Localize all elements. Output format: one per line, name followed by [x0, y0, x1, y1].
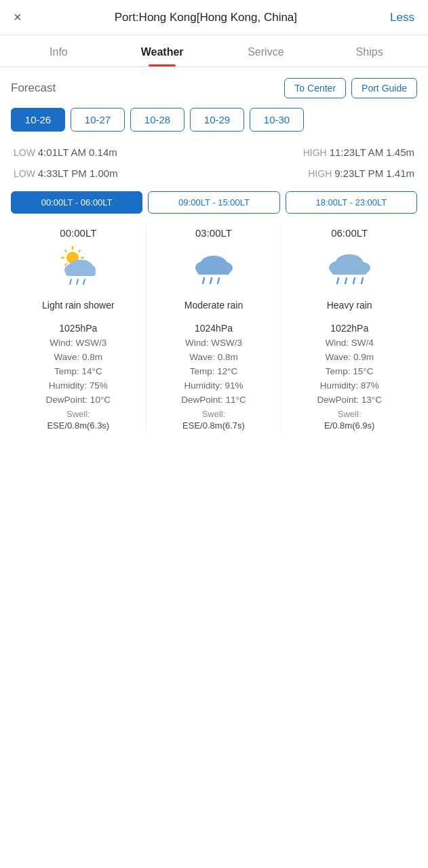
svg-rect-19	[197, 268, 230, 275]
weather-time-1: 03:00LT	[195, 227, 232, 239]
wind-0: Wind: WSW/3	[14, 338, 143, 348]
pressure-0: 1025hPa	[14, 323, 143, 334]
dewpoint-2: DewPoint: 13°C	[284, 395, 414, 405]
date-tab-3[interactable]: 10-29	[190, 108, 244, 132]
main-content: Forecast To Center Port Guide 10-26 10-2…	[0, 67, 428, 447]
svg-line-21	[210, 278, 212, 283]
svg-line-29	[353, 278, 355, 283]
forecast-buttons: To Center Port Guide	[284, 78, 417, 98]
tab-bar: Info Weather Serivce Ships	[0, 35, 428, 67]
tab-ships[interactable]: Ships	[317, 35, 421, 66]
tab-service[interactable]: Serivce	[214, 35, 318, 66]
temp-2: Temp: 15°C	[284, 366, 414, 376]
temp-1: Temp: 12°C	[149, 366, 279, 376]
weather-desc-1: Moderate rain	[184, 293, 243, 317]
header: × Port:Hong Kong[Hong Kong, China] Less	[0, 0, 428, 35]
svg-line-20	[203, 278, 204, 283]
svg-line-22	[218, 278, 219, 283]
weather-time-0: 00:00LT	[60, 227, 96, 239]
swell-label-2: Swell:	[338, 409, 362, 419]
svg-line-14	[77, 279, 78, 284]
tide-low-am: LOW 4:01LT AM 0.14m	[14, 146, 117, 158]
date-tab-1[interactable]: 10-27	[71, 108, 125, 132]
svg-line-28	[345, 278, 347, 283]
weather-desc-2: Heavy rain	[327, 293, 372, 317]
weather-icon-2	[325, 245, 374, 286]
humidity-2: Humidity: 87%	[284, 380, 414, 391]
weather-icon-1	[189, 245, 238, 286]
humidity-0: Humidity: 75%	[14, 380, 143, 391]
pressure-2: 1022hPa	[284, 323, 414, 334]
svg-line-8	[65, 264, 66, 265]
to-center-button[interactable]: To Center	[284, 78, 346, 98]
swell-label-0: Swell:	[66, 409, 90, 419]
humidity-1: Humidity: 91%	[149, 380, 279, 391]
wave-1: Wave: 0.8m	[149, 352, 279, 362]
weather-icon-0	[54, 245, 102, 286]
swell-val-2: E/0.8m(6.9s)	[324, 420, 374, 431]
time-range-btn-1[interactable]: 09:00LT - 15:00LT	[148, 191, 279, 214]
tide-row-2: LOW 4:33LT PM 1.00m HIGH 9:23LT PM 1.41m	[11, 165, 417, 182]
tab-info[interactable]: Info	[7, 35, 111, 66]
wind-2: Wind: SW/4	[284, 338, 414, 348]
dewpoint-0: DewPoint: 10°C	[14, 395, 143, 405]
port-guide-button[interactable]: Port Guide	[351, 78, 417, 98]
date-tab-bar: 10-26 10-27 10-28 10-29 10-30	[11, 108, 417, 132]
tide-high-pm: HIGH 9:23LT PM 1.41m	[308, 167, 414, 179]
svg-line-7	[79, 250, 80, 252]
close-button[interactable]: ×	[14, 9, 22, 25]
forecast-label: Forecast	[11, 81, 56, 95]
swell-val-0: ESE/0.8m(6.3s)	[47, 420, 109, 431]
svg-line-27	[337, 278, 338, 283]
time-range-btn-0[interactable]: 00:00LT - 06:00LT	[11, 191, 142, 214]
date-tab-4[interactable]: 10-30	[250, 108, 304, 132]
weather-col-2: 06:00LT Heavy rain 1022hPa Wind: SW/4	[281, 224, 417, 433]
dewpoint-1: DewPoint: 11°C	[149, 395, 279, 405]
swell-val-1: ESE/0.8m(6.7s)	[182, 420, 245, 431]
svg-line-30	[362, 278, 363, 283]
less-button[interactable]: Less	[390, 11, 414, 24]
temp-0: Temp: 14°C	[14, 366, 143, 376]
swell-label-1: Swell:	[202, 409, 226, 419]
tide-high-am: HIGH 11:23LT AM 1.45m	[303, 146, 414, 158]
weather-columns: 00:00LT	[11, 224, 417, 433]
wave-2: Wave: 0.9m	[284, 352, 414, 362]
svg-rect-12	[66, 270, 96, 276]
tide-low-pm: LOW 4:33LT PM 1.00m	[14, 167, 118, 179]
date-tab-0[interactable]: 10-26	[11, 108, 65, 132]
weather-desc-0: Light rain shower	[42, 293, 115, 317]
time-range-btn-2[interactable]: 18:00LT - 23:00LT	[286, 191, 417, 214]
svg-line-13	[70, 279, 71, 284]
tab-weather[interactable]: Weather	[111, 35, 214, 66]
forecast-row: Forecast To Center Port Guide	[11, 78, 417, 98]
svg-line-5	[65, 250, 66, 252]
svg-rect-26	[332, 268, 367, 275]
weather-col-1: 03:00LT Moderate rain 1024hPa Wind: WSW/…	[147, 224, 282, 433]
time-range-row: 00:00LT - 06:00LT 09:00LT - 15:00LT 18:0…	[11, 191, 417, 214]
date-tab-2[interactable]: 10-28	[130, 108, 184, 132]
wind-1: Wind: WSW/3	[149, 338, 279, 348]
header-title: Port:Hong Kong[Hong Kong, China]	[115, 11, 297, 24]
weather-time-2: 06:00LT	[331, 227, 368, 239]
weather-col-0: 00:00LT	[11, 224, 147, 433]
pressure-1: 1024hPa	[149, 323, 279, 334]
tide-row-1: LOW 4:01LT AM 0.14m HIGH 11:23LT AM 1.45…	[11, 144, 417, 161]
wave-0: Wave: 0.8m	[14, 352, 143, 362]
svg-line-15	[83, 279, 85, 284]
